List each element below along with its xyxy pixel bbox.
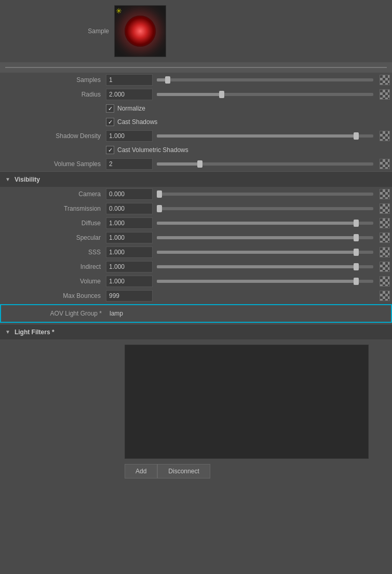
shadow-density-checker[interactable] [380, 131, 390, 141]
max-bounces-input[interactable] [106, 290, 153, 302]
cast-volumetric-item[interactable]: Cast Volumetric Shadows [106, 146, 188, 154]
volume-samples-input[interactable] [106, 158, 153, 170]
specular-input[interactable] [106, 232, 153, 243]
shadow-density-fill [157, 134, 356, 138]
camera-label: Camera [2, 190, 106, 198]
samples-checker[interactable] [380, 75, 390, 85]
shadow-density-thumb[interactable] [354, 132, 359, 140]
transmission-label: Transmission [2, 205, 106, 212]
camera-thumb[interactable] [157, 190, 162, 198]
aov-input[interactable] [107, 309, 389, 318]
filter-buttons: Add Disconnect [125, 464, 392, 479]
diffuse-fill [157, 222, 356, 225]
camera-row: Camera [0, 187, 392, 201]
sss-slider[interactable] [157, 251, 373, 254]
specular-row: Specular [0, 230, 392, 245]
glow-effect [125, 16, 156, 47]
indirect-thumb[interactable] [354, 263, 359, 270]
sep-right [93, 67, 387, 68]
cast-shadows-checkbox[interactable] [106, 118, 114, 126]
sss-input[interactable] [106, 247, 153, 258]
sss-label: SSS [2, 249, 106, 256]
camera-slider[interactable] [157, 193, 373, 196]
volume-label: Volume [2, 278, 106, 285]
light-filters-content: Add Disconnect [0, 339, 392, 484]
main-panel: Sample ✳ Samples Radius [0, 0, 392, 484]
volume-slider[interactable] [157, 280, 373, 283]
volume-fill [157, 280, 356, 283]
volume-samples-fill [157, 162, 200, 166]
radius-slider-thumb[interactable] [219, 91, 224, 98]
specular-slider[interactable] [157, 236, 373, 239]
sample-preview: ✳ [114, 5, 166, 57]
light-filters-arrow: ▼ [5, 329, 10, 335]
normalize-item[interactable]: Normalize [106, 104, 145, 113]
camera-checker[interactable] [380, 189, 390, 199]
diffuse-input[interactable] [106, 217, 153, 229]
sample-label: Sample [10, 28, 114, 35]
indirect-slider[interactable] [157, 265, 373, 268]
normalize-label: Normalize [117, 105, 145, 112]
volume-input[interactable] [106, 276, 153, 287]
transmission-slider[interactable] [157, 207, 373, 210]
cast-shadows-item[interactable]: Cast Shadows [106, 118, 157, 126]
star-icon: ✳ [116, 7, 122, 15]
indirect-input[interactable] [106, 261, 153, 272]
normalize-checkbox[interactable] [106, 104, 114, 113]
samples-slider[interactable] [157, 78, 373, 81]
cast-shadows-label: Cast Shadows [117, 118, 157, 126]
volume-row: Volume [0, 274, 392, 289]
visibility-section[interactable]: ▼ Visibility [0, 171, 392, 187]
diffuse-checker[interactable] [380, 218, 390, 228]
volume-samples-checker[interactable] [380, 159, 390, 169]
volume-checker[interactable] [380, 276, 390, 286]
radius-slider-fill [157, 93, 222, 96]
transmission-row: Transmission [0, 201, 392, 216]
sep-left [5, 67, 93, 68]
sample-area: Sample ✳ [0, 0, 392, 62]
add-button[interactable]: Add [125, 464, 157, 479]
samples-input[interactable] [106, 74, 153, 86]
cast-volumetric-checkbox[interactable] [106, 146, 114, 154]
disconnect-button[interactable]: Disconnect [157, 464, 210, 479]
sss-row: SSS [0, 245, 392, 259]
visibility-title: Visibility [15, 176, 40, 183]
sss-fill [157, 251, 356, 254]
samples-slider-thumb[interactable] [165, 76, 170, 84]
volume-samples-slider[interactable] [157, 162, 373, 166]
cast-volumetric-row: Cast Volumetric Shadows [0, 143, 392, 157]
transmission-input[interactable] [106, 203, 153, 214]
shadow-density-input[interactable] [106, 130, 153, 142]
camera-input[interactable] [106, 188, 153, 200]
shadow-density-slider[interactable] [157, 134, 373, 138]
max-bounces-row: Max Bounces [0, 289, 392, 303]
sss-checker[interactable] [380, 247, 390, 257]
filter-list-box [125, 345, 369, 459]
diffuse-label: Diffuse [2, 220, 106, 227]
diffuse-thumb[interactable] [354, 220, 359, 227]
specular-checker[interactable] [380, 233, 390, 243]
radius-slider[interactable] [157, 93, 373, 96]
normalize-row: Normalize [0, 102, 392, 115]
radius-label: Radius [2, 91, 106, 98]
aov-row: AOV Light Group * [0, 304, 392, 323]
light-filters-section[interactable]: ▼ Light Filters * [0, 324, 392, 339]
diffuse-slider[interactable] [157, 222, 373, 225]
volume-samples-thumb[interactable] [197, 160, 202, 168]
transmission-thumb[interactable] [157, 205, 162, 212]
specular-label: Specular [2, 234, 106, 241]
indirect-fill [157, 265, 356, 268]
volume-thumb[interactable] [354, 278, 359, 285]
radius-input[interactable] [106, 89, 153, 100]
specular-fill [157, 236, 356, 239]
indirect-row: Indirect [0, 259, 392, 274]
transmission-checker[interactable] [380, 203, 390, 214]
samples-row: Samples [0, 73, 392, 87]
sss-thumb[interactable] [354, 249, 359, 256]
max-bounces-checker[interactable] [380, 291, 390, 301]
cast-volumetric-label: Cast Volumetric Shadows [117, 146, 188, 154]
max-bounces-label: Max Bounces [2, 292, 106, 299]
radius-checker[interactable] [380, 89, 390, 100]
indirect-checker[interactable] [380, 262, 390, 272]
specular-thumb[interactable] [354, 234, 359, 241]
